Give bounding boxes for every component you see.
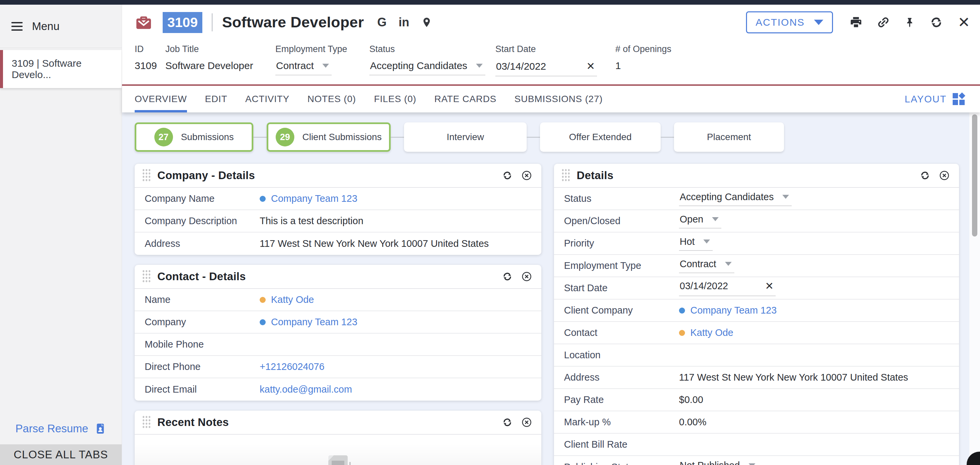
tab-notes-0[interactable]: NOTES (0) xyxy=(307,86,356,112)
refresh-icon[interactable] xyxy=(920,170,930,181)
overview-content: 27Submissions29Client SubmissionsIntervi… xyxy=(122,112,980,465)
summary-fields: ID3109Job TitleSoftware DeveloperEmploym… xyxy=(122,40,980,85)
clear-icon[interactable]: ✕ xyxy=(765,280,774,292)
job-link-icons: G in xyxy=(377,15,432,29)
date-start-date[interactable]: 03/14/2022✕ xyxy=(679,280,776,296)
stage-offer-extended[interactable]: Offer Extended xyxy=(540,122,661,152)
menu-label[interactable]: Menu xyxy=(32,20,60,33)
value-text: 117 West St New York New York 10007 Unit… xyxy=(679,372,908,383)
select-status[interactable]: Accepting Candidates xyxy=(369,60,485,75)
row-value: Contract xyxy=(679,259,959,273)
tab-submissions-27[interactable]: SUBMISSIONS (27) xyxy=(514,86,603,112)
value-text: $0.00 xyxy=(679,394,703,405)
remove-widget-icon[interactable] xyxy=(521,417,532,428)
google-icon[interactable]: G xyxy=(377,15,387,29)
field-label: Status xyxy=(369,44,495,54)
pin-icon[interactable] xyxy=(904,16,915,29)
stage-connector xyxy=(253,137,267,138)
sidebar-spacer xyxy=(0,88,122,415)
select-publishing-status[interactable]: Not Published xyxy=(679,460,758,465)
date-start-date[interactable]: 03/14/2022✕ xyxy=(495,60,597,77)
tab-activity[interactable]: ACTIVITY xyxy=(245,86,290,112)
card-header-icons xyxy=(920,170,950,181)
row-name: NameKatty Ode xyxy=(135,289,541,311)
remove-widget-icon[interactable] xyxy=(521,271,532,282)
pipeline: 27Submissions29Client SubmissionsIntervi… xyxy=(135,122,980,152)
drag-handle-icon[interactable] xyxy=(142,270,151,284)
remove-widget-icon[interactable] xyxy=(939,170,950,181)
select-employment-type[interactable]: Contract xyxy=(275,60,332,75)
field-value: Software Developer xyxy=(165,60,275,71)
row-company-description: Company DescriptionThis is a test descri… xyxy=(135,210,541,232)
sidebar-open-tab[interactable]: 3109 | Software Develo... xyxy=(0,50,122,88)
close-all-tabs-button[interactable]: CLOSE ALL TABS xyxy=(0,444,122,465)
row-contact: ContactKatty Ode xyxy=(554,322,959,344)
value-text: 0.00% xyxy=(679,417,706,428)
card-body: Company NameCompany Team 123Company Desc… xyxy=(135,188,541,255)
drag-handle-icon[interactable] xyxy=(142,168,151,182)
link-contact[interactable]: Katty Ode xyxy=(690,327,733,338)
divider xyxy=(212,13,213,31)
sidebar: Menu 3109 | Software Develo... Parse Res… xyxy=(0,5,122,465)
link-company-name[interactable]: Company Team 123 xyxy=(271,193,357,204)
link-name[interactable]: Katty Ode xyxy=(271,294,314,305)
linkedin-icon[interactable]: in xyxy=(399,15,409,29)
copy-link-icon[interactable] xyxy=(877,16,890,29)
stage-client-submissions[interactable]: 29Client Submissions xyxy=(267,122,391,152)
close-icon[interactable]: ✕ xyxy=(958,15,970,30)
row-value: 117 West St New York New York 10007 Unit… xyxy=(260,238,541,249)
parse-resume-link[interactable]: Parse Resume xyxy=(0,415,122,444)
select-priority[interactable]: Hot xyxy=(679,236,713,251)
refresh-icon[interactable] xyxy=(502,170,513,181)
summary-field-status: StatusAccepting Candidates xyxy=(369,44,495,77)
tab-rate-cards[interactable]: RATE CARDS xyxy=(434,86,496,112)
sidebar-open-tab-label: 3109 | Software Develo... xyxy=(12,58,122,80)
link-client-company[interactable]: Company Team 123 xyxy=(690,305,777,316)
hamburger-menu-icon[interactable] xyxy=(11,22,23,31)
select-status[interactable]: Accepting Candidates xyxy=(679,192,792,206)
row-value: 0.00% xyxy=(679,417,959,428)
stage-placement[interactable]: Placement xyxy=(674,122,784,152)
actions-button[interactable]: ACTIONS xyxy=(746,11,833,34)
row-label: Pay Rate xyxy=(564,394,679,405)
orange-dot-icon xyxy=(679,330,685,336)
tabs-bar: OVERVIEWEDITACTIVITYNOTES (0)FILES (0)RA… xyxy=(122,86,980,112)
tabs-strip: OVERVIEWEDITACTIVITYNOTES (0)FILES (0)RA… xyxy=(135,86,620,112)
summary-field-id: ID3109 xyxy=(135,44,165,77)
row-label: Address xyxy=(564,372,679,383)
clear-icon[interactable]: ✕ xyxy=(586,60,595,72)
tab-edit[interactable]: EDIT xyxy=(205,86,228,112)
row-label: Mark-up % xyxy=(564,417,679,428)
link-direct-phone[interactable]: +12126024076 xyxy=(260,361,325,372)
tab-files-0[interactable]: FILES (0) xyxy=(374,86,416,112)
card-body: StatusAccepting CandidatesOpen/ClosedOpe… xyxy=(554,188,959,465)
location-icon[interactable] xyxy=(422,16,432,28)
value-text: 117 West St New York New York 10007 Unit… xyxy=(260,238,488,249)
chevron-down-icon xyxy=(703,240,710,243)
refresh-icon[interactable] xyxy=(502,271,513,282)
select-open-closed[interactable]: Open xyxy=(679,214,721,229)
refresh-icon[interactable] xyxy=(502,417,513,428)
layout-button[interactable]: LAYOUT xyxy=(905,86,965,112)
field-label: ID xyxy=(135,44,165,54)
scrollbar-track[interactable] xyxy=(969,112,980,465)
select-employment-type[interactable]: Contract xyxy=(679,259,734,273)
link-direct-email[interactable]: katty.ode@gmail.com xyxy=(260,384,352,395)
drag-handle-icon[interactable] xyxy=(142,415,151,429)
scrollbar-thumb[interactable] xyxy=(972,114,977,236)
drag-handle-icon[interactable] xyxy=(562,168,570,182)
refresh-icon[interactable] xyxy=(930,16,943,29)
row-label: Employment Type xyxy=(564,260,679,271)
tab-overview[interactable]: OVERVIEW xyxy=(135,86,187,112)
row-publishing-status: Publishing StatusNot Published xyxy=(554,456,959,465)
stage-submissions[interactable]: 27Submissions xyxy=(135,122,253,152)
row-direct-email: Direct Emailkatty.ode@gmail.com xyxy=(135,378,541,401)
row-label: Contact xyxy=(564,327,679,338)
link-company[interactable]: Company Team 123 xyxy=(271,316,357,328)
stage-interview[interactable]: Interview xyxy=(404,122,527,152)
chevron-down-icon xyxy=(749,463,755,465)
remove-widget-icon[interactable] xyxy=(521,170,532,181)
print-icon[interactable] xyxy=(850,16,862,29)
field-value: 1 xyxy=(615,60,689,71)
card-header: Company - Details xyxy=(135,164,541,188)
